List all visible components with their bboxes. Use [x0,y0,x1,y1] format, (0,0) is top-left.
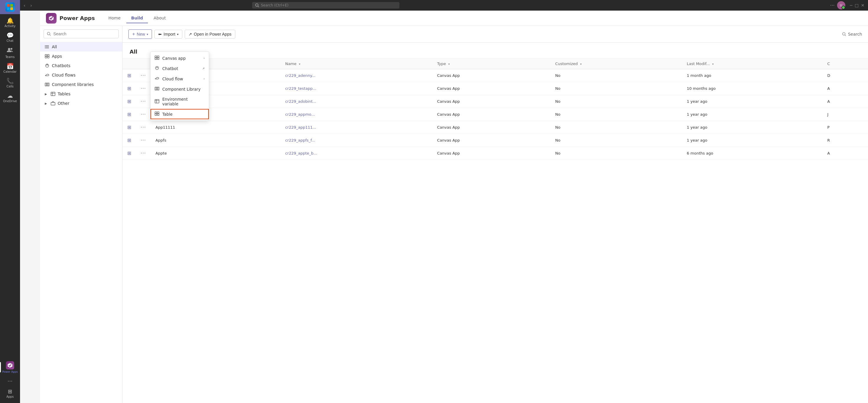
toolbar-search-box[interactable]: Search [842,32,862,36]
dropdown-item-environment-variable[interactable]: Environment variable [151,94,209,109]
open-in-power-apps-button[interactable]: ↗ Open in Power Apps [185,30,235,39]
dropdown-item-label: Chatbot [162,66,178,71]
nav-item-tables[interactable]: ▶ Tables [40,89,122,99]
chat-icon: 💬 [6,32,14,38]
dropdown-item-cloud-flow[interactable]: Cloud flow › [151,74,209,84]
svg-rect-41 [157,112,159,114]
row-name: cr229_appmo... [280,108,432,121]
table-row: ⊞ ··· Appfs cr229_appfs_f... Canvas App … [123,134,868,147]
col-header-name[interactable]: Name ▾ [280,59,432,69]
svg-rect-36 [158,87,159,90]
sidebar-item-powerapps[interactable]: Power Apps [0,359,20,376]
toolbar: + New ▾ ⬅ Import ▾ ↗ Open in Power Apps [123,26,868,43]
table-row: ⊞ ··· cr229_adenny... Canvas App No 1 mo… [123,69,868,82]
tab-about[interactable]: About [149,13,170,23]
svg-rect-17 [48,57,49,58]
apps-icon: ⊞ [8,389,12,394]
row-last-modified: 1 year ago [682,108,823,121]
sidebar-item-more[interactable]: ··· [0,376,20,387]
sidebar-item-teams[interactable]: Teams [0,45,20,61]
global-search-box[interactable]: Search (Ctrl+E) [252,2,399,8]
row-last-modified: 1 year ago [682,95,823,108]
teams-sidebar: 🔔 Activity 💬 Chat Teams 📅 Calendar 📞 Cal… [0,0,20,403]
dropdown-item-table[interactable]: Table [151,109,209,119]
tab-home[interactable]: Home [104,13,125,23]
content-header: All [123,43,868,59]
more-options-button[interactable]: ··· [830,3,834,8]
content-area: All me ↑ ▾ Name ▾ [123,43,868,403]
row-type-icon: ⊞ [127,99,131,104]
row-more: ··· [136,69,151,82]
row-customized: No [551,147,682,160]
svg-rect-42 [155,114,157,116]
dropdown-item-icon [155,66,159,71]
left-panel-search-input[interactable] [53,32,116,36]
dropdown-item-canvas-app[interactable]: Canvas app › [151,53,209,63]
row-more-btn[interactable]: ··· [141,150,146,156]
all-icon [45,45,50,49]
user-avatar[interactable]: U [837,1,845,9]
row-name: cr229_adobint... [280,95,432,108]
left-panel: All Apps Chatbots [40,26,123,403]
cloudflows-nav-icon [45,73,50,77]
ms-logo [5,2,15,12]
other-nav-icon [51,101,55,105]
row-more-btn[interactable]: ··· [141,111,146,117]
col-customized-label: Customized [555,62,578,66]
row-last-modified: 1 year ago [682,121,823,134]
sidebar-item-onedrive[interactable]: ☁ OneDrive [0,90,20,105]
nav-item-apps[interactable]: Apps [40,52,122,61]
svg-rect-14 [45,55,47,56]
close-button[interactable]: ✕ [861,3,865,8]
svg-rect-22 [46,83,48,86]
row-customized: No [551,134,682,147]
calls-icon: 📞 [6,78,14,84]
nav-item-other[interactable]: ▶ Other [40,99,122,108]
submenu-chevron: › [204,57,205,60]
col-header-type[interactable]: Type ▾ [432,59,551,69]
minimize-button[interactable]: ─ [850,3,852,8]
nav-item-chatbots[interactable]: Chatbots [40,61,122,70]
col-header-customized[interactable]: Customized ▾ [551,59,682,69]
row-icon: ⊞ [123,95,136,108]
dropdown-item-icon [155,56,159,61]
svg-point-6 [255,4,258,6]
nav-item-all-label: All [52,44,57,49]
import-button[interactable]: ⬅ Import ▾ [154,30,182,39]
row-type-icon: ⊞ [127,86,131,91]
row-more-btn[interactable]: ··· [141,137,146,143]
maximize-button[interactable]: □ [855,3,859,8]
svg-rect-34 [155,87,156,90]
new-button[interactable]: + New ▾ [128,29,152,39]
back-button[interactable]: ‹ [24,3,25,8]
svg-rect-29 [155,56,157,58]
tab-build[interactable]: Build [126,13,148,23]
row-extra: A [823,95,868,108]
forward-button[interactable]: › [30,3,32,8]
row-more-btn[interactable]: ··· [141,73,146,78]
svg-point-11 [45,45,45,46]
row-more-btn[interactable]: ··· [141,99,146,104]
app-header: Power Apps Home Build About [40,10,868,26]
left-panel-search-box[interactable] [43,29,119,38]
svg-rect-1 [10,4,13,7]
row-type-icon: ⊞ [127,137,131,143]
nav-item-cloudflows[interactable]: Cloud flows [40,70,122,80]
sidebar-item-chat[interactable]: 💬 Chat [0,30,20,45]
sidebar-item-calendar[interactable]: 📅 Calendar [0,61,20,76]
row-type-icon: ⊞ [127,150,131,156]
svg-point-12 [45,46,45,47]
sidebar-item-calls[interactable]: 📞 Calls [0,76,20,90]
col-header-lastmod[interactable]: Last Modif... ▾ [682,59,823,69]
row-extra: J [823,108,868,121]
row-more-btn[interactable]: ··· [141,125,146,130]
nav-item-componentlibs[interactable]: Component libraries [40,80,122,89]
row-extra: A [823,147,868,160]
nav-item-all[interactable]: All [40,42,122,52]
row-more-btn[interactable]: ··· [141,86,146,91]
svg-rect-24 [51,92,55,96]
sidebar-item-apps[interactable]: ⊞ Apps [0,387,20,401]
sidebar-item-activity[interactable]: 🔔 Activity [0,15,20,30]
dropdown-item-component-library[interactable]: Component Library [151,84,209,94]
dropdown-item-chatbot[interactable]: Chatbot ↗ [151,63,209,74]
